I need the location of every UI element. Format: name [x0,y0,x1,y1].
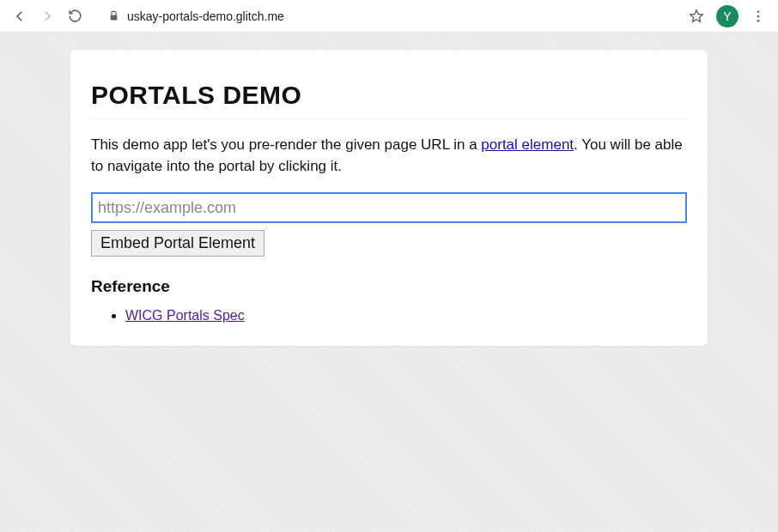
nav-buttons [9,9,86,24]
embed-portal-button[interactable]: Embed Portal Element [91,230,264,257]
browser-toolbar: uskay-portals-demo.glitch.me Y [0,0,778,33]
svg-point-0 [757,10,760,13]
address-url: uskay-portals-demo.glitch.me [127,9,284,23]
bookmark-star-icon[interactable] [689,9,704,24]
portal-element-link[interactable]: portal element [481,136,574,153]
page-title: PORTALS DEMO [91,81,687,119]
forward-icon [40,9,55,24]
page-viewport: PORTALS DEMO This demo app let's you pre… [0,33,778,532]
intro-paragraph: This demo app let's you pre-render the g… [91,135,687,177]
content-card: PORTALS DEMO This demo app let's you pre… [70,50,708,346]
reload-icon[interactable] [67,9,82,24]
reference-heading: Reference [91,277,687,296]
toolbar-right: Y [689,5,769,27]
wicg-portals-spec-link[interactable]: WICG Portals Spec [125,308,245,323]
avatar-initial: Y [723,9,731,23]
kebab-menu-icon[interactable] [751,9,766,24]
profile-avatar[interactable]: Y [716,5,738,27]
address-bar[interactable]: uskay-portals-demo.glitch.me [98,4,682,28]
lock-icon [108,10,120,22]
back-icon[interactable] [12,9,27,24]
svg-point-1 [757,15,760,17]
intro-text-prefix: This demo app let's you pre-render the g… [91,136,481,153]
svg-point-2 [757,19,760,21]
reference-list: WICG Portals Spec [91,308,687,323]
url-input[interactable] [91,192,687,223]
list-item: WICG Portals Spec [125,308,687,323]
